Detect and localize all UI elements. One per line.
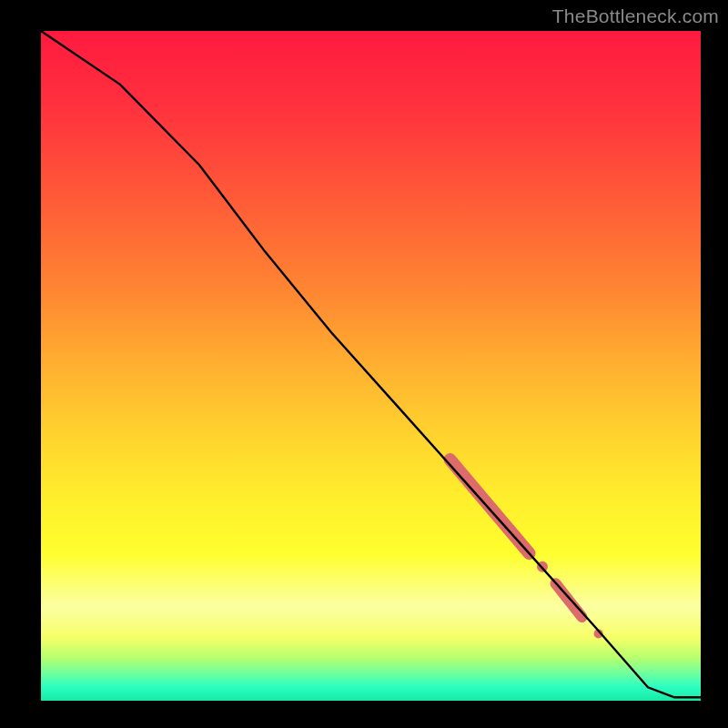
chart-container: TheBottleneck.com (0, 0, 728, 728)
chart-background (41, 31, 701, 701)
watermark-text: TheBottleneck.com (552, 5, 719, 27)
chart-svg (0, 0, 728, 728)
